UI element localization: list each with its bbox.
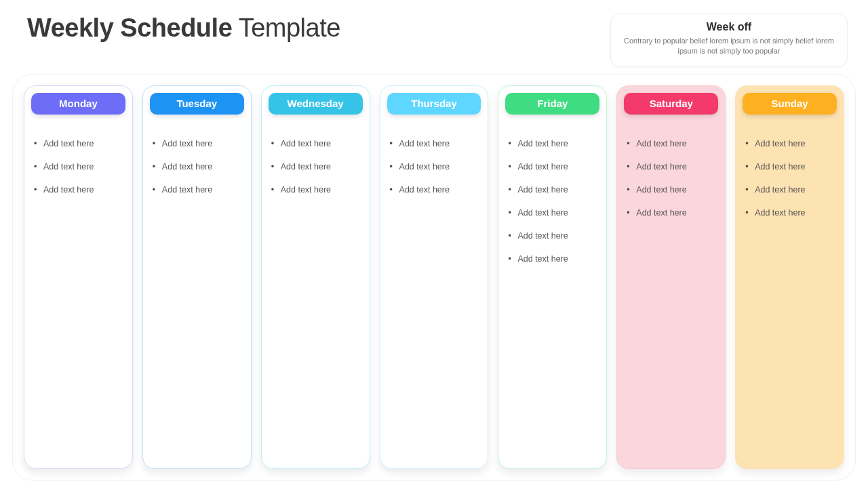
list-item[interactable]: Add text here: [153, 139, 241, 148]
page-title: Weekly Schedule Template: [27, 14, 340, 43]
day-column-friday[interactable]: FridayAdd text hereAdd text hereAdd text…: [498, 85, 607, 469]
item-list-friday: Add text hereAdd text hereAdd text hereA…: [505, 139, 599, 277]
item-list-monday: Add text hereAdd text hereAdd text here: [31, 139, 125, 208]
day-column-thursday[interactable]: ThursdayAdd text hereAdd text hereAdd te…: [380, 85, 489, 469]
list-item[interactable]: Add text here: [508, 139, 597, 148]
list-item[interactable]: Add text here: [508, 254, 597, 264]
day-column-saturday[interactable]: SaturdayAdd text hereAdd text hereAdd te…: [616, 85, 726, 469]
title-bold: Weekly Schedule: [27, 14, 232, 42]
list-item[interactable]: Add text here: [390, 162, 479, 171]
day-header-saturday: Saturday: [624, 93, 718, 115]
day-header-tuesday: Tuesday: [150, 93, 244, 115]
list-item[interactable]: Add text here: [508, 208, 597, 218]
item-list-sunday: Add text hereAdd text hereAdd text hereA…: [743, 139, 837, 231]
list-item[interactable]: Add text here: [271, 162, 360, 171]
list-item[interactable]: Add text here: [627, 139, 715, 148]
list-item[interactable]: Add text here: [390, 139, 479, 148]
list-item[interactable]: Add text here: [271, 185, 360, 195]
list-item[interactable]: Add text here: [508, 231, 597, 241]
list-item[interactable]: Add text here: [627, 208, 715, 218]
day-column-tuesday[interactable]: TuesdayAdd text hereAdd text hereAdd tex…: [142, 85, 252, 469]
list-item[interactable]: Add text here: [508, 185, 597, 195]
day-header-friday: Friday: [505, 93, 599, 115]
board-container: MondayAdd text hereAdd text hereAdd text…: [12, 74, 856, 481]
item-list-wednesday: Add text hereAdd text hereAdd text here: [269, 139, 363, 208]
list-item[interactable]: Add text here: [153, 162, 241, 171]
day-header-thursday: Thursday: [387, 93, 481, 115]
day-column-monday[interactable]: MondayAdd text hereAdd text hereAdd text…: [24, 85, 133, 469]
list-item[interactable]: Add text here: [745, 162, 834, 171]
item-list-thursday: Add text hereAdd text hereAdd text here: [387, 139, 481, 208]
week-off-note: Week off Contrary to popular belief lore…: [610, 14, 848, 67]
list-item[interactable]: Add text here: [153, 185, 241, 195]
list-item[interactable]: Add text here: [745, 139, 834, 148]
note-body: Contrary to popular belief lorem ipsum i…: [620, 36, 837, 57]
list-item[interactable]: Add text here: [271, 139, 360, 148]
list-item[interactable]: Add text here: [627, 185, 715, 195]
list-item[interactable]: Add text here: [390, 185, 479, 195]
list-item[interactable]: Add text here: [34, 139, 123, 148]
list-item[interactable]: Add text here: [34, 185, 123, 195]
item-list-tuesday: Add text hereAdd text hereAdd text here: [150, 139, 244, 208]
day-header-monday: Monday: [31, 93, 125, 115]
list-item[interactable]: Add text here: [745, 185, 834, 195]
title-light: Template: [232, 14, 340, 42]
list-item[interactable]: Add text here: [34, 162, 123, 171]
item-list-saturday: Add text hereAdd text hereAdd text hereA…: [624, 139, 718, 231]
day-column-sunday[interactable]: SundayAdd text hereAdd text hereAdd text…: [735, 85, 844, 469]
day-header-wednesday: Wednesday: [269, 93, 363, 115]
weekly-board: MondayAdd text hereAdd text hereAdd text…: [24, 85, 844, 469]
list-item[interactable]: Add text here: [508, 162, 597, 171]
day-header-sunday: Sunday: [743, 93, 837, 115]
day-column-wednesday[interactable]: WednesdayAdd text hereAdd text hereAdd t…: [261, 85, 370, 469]
note-title: Week off: [620, 21, 837, 33]
list-item[interactable]: Add text here: [627, 162, 715, 171]
header: Weekly Schedule Template Week off Contra…: [0, 0, 868, 74]
list-item[interactable]: Add text here: [745, 208, 834, 218]
